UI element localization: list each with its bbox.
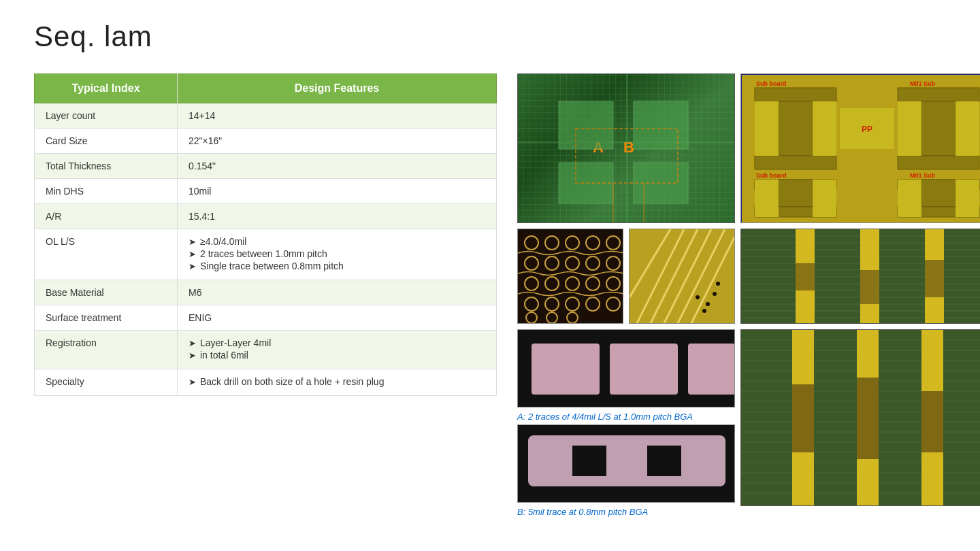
table-header-row: Typical Index Design Features [35,74,497,103]
svg-rect-19 [898,101,921,156]
bullet-item: ➤in total 6mil [189,350,485,361]
svg-rect-29 [813,180,836,217]
svg-rect-95 [528,435,725,486]
bullet-item: ➤Back drill on both size of a hole + res… [189,376,485,387]
table-cell-value: M6 [178,280,497,305]
svg-point-67 [716,282,720,286]
svg-rect-33 [921,180,956,207]
svg-point-65 [713,292,717,296]
svg-rect-85 [796,263,815,290]
svg-text:Sub board: Sub board [756,80,787,87]
svg-text:PP: PP [862,124,872,134]
table-cell-label: Surface treatment [35,305,178,331]
table-row: Card Size22"×16" [35,129,497,154]
bga-images-column: A: 2 traces of 4/4mil L/S at 1.0mm pitch… [517,329,735,517]
svg-rect-17 [921,101,956,156]
bullet-item: ➤≥4.0/4.0mil [189,236,485,247]
images-bottom-row: A: 2 traces of 4/4mil L/S at 1.0mm pitch… [517,329,980,517]
arrow-icon: ➤ [189,249,196,259]
images-top-row: A B [517,73,980,223]
svg-rect-92 [678,330,688,407]
arrow-icon: ➤ [189,261,196,271]
svg-rect-118 [792,384,814,452]
svg-point-64 [706,302,710,306]
images-section: A B [517,73,980,517]
svg-rect-14 [755,101,779,156]
cross-section-diagram: PP Sub board Mil1 Sub Sub board Mil1 Sub [740,73,980,223]
arrow-icon: ➤ [189,338,196,348]
table-row: A/R15.4:1 [35,204,497,229]
table-body: Layer count14+14Card Size22"×16"Total Th… [35,103,497,396]
svg-rect-15 [813,101,836,156]
table-cell-label: A/R [35,204,178,229]
table-cell-label: Layer count [35,103,178,129]
table-row: Surface treatmentENIG [35,305,497,331]
bullet-item: ➤Layer-Layer 4mil [189,337,485,348]
arrow-icon: ➤ [189,350,196,361]
caption-b: B: 5mil trace at 0.8mm pitch BGA [517,507,735,517]
svg-rect-11 [755,88,836,101]
svg-point-63 [696,295,700,299]
trace-circles-image [517,229,623,324]
table-row: Base MaterialM6 [35,280,497,305]
caption-a: A: 2 traces of 4/4mil L/S at 1.0mm pitch… [517,412,735,422]
svg-rect-120 [921,391,943,452]
main-content: Typical Index Design Features Layer coun… [34,73,946,517]
svg-rect-97 [647,446,681,476]
svg-rect-91 [600,330,610,407]
table-cell-label: OL L/S [35,229,178,280]
arrow-icon: ➤ [189,237,196,247]
table-cell-label: Specialty [35,369,178,396]
svg-rect-90 [610,344,678,395]
table-cell-label: Min DHS [35,179,178,204]
trace-angled-image [629,229,735,324]
svg-rect-16 [898,88,979,101]
svg-text:Sub board: Sub board [756,172,787,179]
table-cell-value: 0.154" [178,154,497,179]
table-row: Registration➤Layer-Layer 4mil➤in total 6… [35,331,497,369]
svg-rect-89 [532,344,600,395]
svg-point-66 [702,309,706,313]
table-section: Typical Index Design Features Layer coun… [34,73,497,396]
table-row: OL L/S➤≥4.0/4.0mil➤2 traces between 1.0m… [35,229,497,280]
svg-rect-36 [956,180,979,217]
svg-rect-18 [898,156,979,169]
svg-rect-28 [755,180,779,217]
svg-rect-86 [860,270,879,304]
table-cell-label: Registration [35,331,178,369]
features-table: Typical Index Design Features Layer coun… [34,73,497,396]
table-cell-value: 22"×16" [178,129,497,154]
table-row: Specialty➤Back drill on both size of a h… [35,369,497,396]
bullet-item: ➤2 traces between 1.0mm pitch [189,248,485,259]
table-cell-value: ➤Layer-Layer 4mil➤in total 6mil [178,331,497,369]
svg-rect-20 [956,101,979,156]
table-cell-label: Total Thickness [35,154,178,179]
col1-header: Typical Index [35,74,178,103]
table-cell-value: ➤Back drill on both size of a hole + res… [178,369,497,396]
svg-rect-26 [779,180,813,207]
pcb-image: A B [517,73,735,223]
table-cell-label: Card Size [35,129,178,154]
svg-rect-62 [630,229,735,324]
svg-rect-87 [925,260,944,297]
table-row: Total Thickness0.154" [35,154,497,179]
table-cell-value: 14+14 [178,103,497,129]
table-row: Layer count14+14 [35,103,497,129]
svg-text:Mil1 Sub: Mil1 Sub [910,172,936,179]
svg-text:Mil1 Sub: Mil1 Sub [910,80,936,87]
bga-image-2 [517,424,735,503]
cross-section-strips [740,229,980,324]
col2-header: Design Features [178,74,497,103]
table-cell-value: ➤≥4.0/4.0mil➤2 traces between 1.0mm pitc… [178,229,497,280]
page-title: Seq. lam [34,20,946,53]
bga-image-1 [517,329,735,407]
table-row: Min DHS10mil [35,179,497,204]
svg-rect-119 [857,378,879,459]
table-cell-value: 10mil [178,179,497,204]
svg-rect-13 [755,156,836,169]
svg-rect-93 [688,344,735,395]
table-cell-label: Base Material [35,280,178,305]
arrow-icon: ➤ [189,377,196,387]
bullet-item: ➤Single trace between 0.8mm pitch [189,261,485,271]
svg-rect-35 [898,180,921,217]
